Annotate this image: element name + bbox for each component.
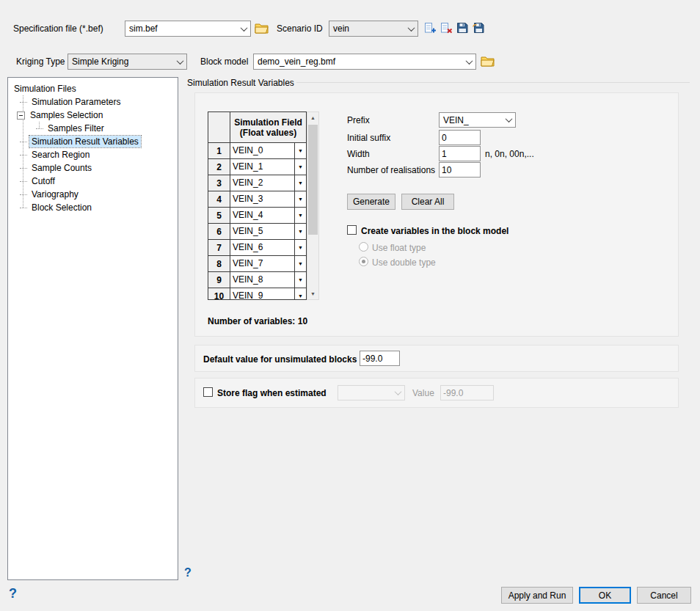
cancel-button[interactable]: Cancel: [637, 587, 691, 604]
use-double-radio: [359, 257, 368, 266]
table-row: 10VEIN_9▼: [208, 288, 306, 300]
prefix-combo[interactable]: VEIN_: [439, 112, 516, 128]
tree-item-label: Sample Counts: [29, 162, 94, 174]
delete-scenario-icon: [440, 26, 453, 37]
row-number: 7: [208, 240, 230, 256]
tree-item-simulation-result-variables[interactable]: Simulation Result Variables: [8, 135, 178, 148]
width-input[interactable]: [439, 146, 481, 161]
dropdown-arrow-icon[interactable]: ▼: [294, 240, 306, 255]
collapse-icon[interactable]: [17, 111, 25, 120]
table-header: Simulation Field (Float values): [208, 112, 306, 143]
chevron-down-icon[interactable]: [238, 21, 250, 36]
flag-value-label: Value: [412, 388, 434, 398]
tree-item-search-region[interactable]: Search Region: [8, 148, 178, 161]
spec-file-browse-button[interactable]: [255, 22, 269, 34]
cell-value: VEIN_2: [230, 175, 294, 191]
dropdown-arrow-icon[interactable]: ▼: [294, 224, 306, 239]
table-corner-cell: [208, 112, 230, 142]
delete-scenario-button[interactable]: [440, 22, 453, 34]
tree-item-sample-counts[interactable]: Sample Counts: [8, 161, 178, 175]
initial-suffix-input[interactable]: [439, 130, 481, 145]
tree-item-samples-selection[interactable]: Samples Selection: [8, 109, 178, 122]
simulation-field-cell[interactable]: VEIN_0▼: [230, 143, 306, 159]
dropdown-arrow-icon[interactable]: ▼: [294, 272, 306, 288]
cell-value: VEIN_9: [230, 288, 294, 300]
folder-icon: [481, 59, 495, 70]
simulation-field-cell[interactable]: VEIN_1▼: [230, 159, 306, 175]
save-scenario-button[interactable]: [456, 22, 468, 34]
cell-value: VEIN_0: [230, 143, 294, 158]
tree-item-cutoff[interactable]: Cutoff: [8, 175, 178, 188]
dropdown-arrow-icon[interactable]: ▼: [294, 175, 306, 191]
scroll-up-icon[interactable]: ▲: [307, 112, 318, 123]
tree-connector: [20, 208, 27, 208]
dropdown-arrow-icon[interactable]: ▼: [294, 159, 306, 175]
row-number: 2: [208, 159, 230, 175]
table-scrollbar[interactable]: ▲ ▼: [307, 111, 319, 300]
row-number: 9: [208, 272, 230, 288]
simulation-field-cell[interactable]: VEIN_3▼: [230, 191, 306, 208]
cell-value: VEIN_4: [230, 208, 294, 223]
tree-connector: [20, 102, 27, 103]
tree-connector: [20, 155, 27, 156]
simulation-field-cell[interactable]: VEIN_6▼: [230, 240, 306, 256]
scrollbar-thumb[interactable]: [308, 125, 318, 235]
simulation-field-table: Simulation Field (Float values) 1VEIN_0▼…: [208, 111, 307, 300]
cell-value: VEIN_5: [230, 224, 294, 239]
new-scenario-button[interactable]: [424, 22, 437, 34]
table-body: 1VEIN_0▼ 2VEIN_1▼ 3VEIN_2▼ 4VEIN_3▼ 5VEI…: [208, 143, 306, 300]
store-flag-checkbox[interactable]: [203, 387, 213, 397]
dropdown-arrow-icon[interactable]: ▼: [294, 143, 306, 158]
simulation-field-cell[interactable]: VEIN_4▼: [230, 208, 306, 224]
kriging-type-label: Kriging Type: [16, 56, 65, 67]
dropdown-arrow-icon[interactable]: ▼: [294, 191, 306, 207]
dropdown-arrow-icon[interactable]: ▼: [294, 208, 306, 223]
tree-item-label: Variography: [29, 189, 81, 200]
simulation-field-cell[interactable]: VEIN_8▼: [230, 272, 306, 288]
kriging-type-value: Simple Kriging: [68, 54, 174, 69]
table-row: 5VEIN_4▼: [208, 208, 306, 224]
group-title: Simulation Result Variables: [187, 78, 294, 88]
block-model-browse-button[interactable]: [481, 55, 495, 67]
tree-item-samples-filter[interactable]: Samples Filter: [8, 122, 178, 135]
row-number: 6: [208, 224, 230, 240]
generate-button[interactable]: Generate: [347, 194, 395, 210]
kriging-type-combo[interactable]: Simple Kriging: [68, 54, 187, 70]
chevron-down-icon[interactable]: [405, 21, 418, 36]
apply-and-run-button[interactable]: Apply and Run: [501, 587, 573, 604]
help-icon[interactable]: ?: [9, 586, 17, 601]
chevron-down-icon[interactable]: [463, 54, 475, 69]
create-variables-checkbox[interactable]: [347, 225, 357, 235]
table-row: 9VEIN_8▼: [208, 272, 306, 288]
tree-item-variography[interactable]: Variography: [8, 188, 178, 201]
tree-connector: [20, 142, 27, 142]
ok-button[interactable]: OK: [579, 587, 631, 604]
scroll-down-icon[interactable]: ▼: [307, 288, 318, 299]
tree-item-label: Cutoff: [29, 175, 57, 187]
simulation-field-cell[interactable]: VEIN_7▼: [230, 256, 306, 272]
save-as-scenario-icon: [473, 25, 485, 36]
block-model-combo[interactable]: demo_vein_reg.bmf: [253, 54, 476, 70]
simulation-field-cell[interactable]: VEIN_2▼: [230, 175, 306, 191]
default-value-input[interactable]: [360, 351, 400, 366]
row-number: 8: [208, 256, 230, 272]
create-variables-label[interactable]: Create variables in the block model: [361, 226, 508, 236]
simulation-field-cell[interactable]: VEIN_9▼: [230, 288, 306, 300]
store-flag-label[interactable]: Store flag when estimated: [217, 388, 327, 398]
chevron-down-icon[interactable]: [503, 113, 515, 127]
tree-item-simulation-parameters[interactable]: Simulation Parameters: [8, 95, 178, 109]
dropdown-arrow-icon[interactable]: ▼: [294, 288, 306, 300]
simulation-dialog: Specification file (*.bef) sim.bef Scena…: [0, 0, 700, 611]
tree-item-label: Search Region: [29, 149, 92, 161]
scenario-id-combo[interactable]: vein: [329, 21, 418, 37]
save-as-scenario-button[interactable]: [473, 22, 485, 34]
spec-file-combo[interactable]: sim.bef: [125, 21, 251, 37]
dropdown-arrow-icon[interactable]: ▼: [294, 256, 306, 271]
chevron-down-icon[interactable]: [174, 54, 186, 69]
help-icon[interactable]: ?: [184, 566, 192, 579]
simulation-field-cell[interactable]: VEIN_5▼: [230, 224, 306, 240]
tree-item-simulation-files[interactable]: Simulation Files: [8, 82, 178, 95]
clear-all-button[interactable]: Clear All: [401, 194, 454, 210]
tree-item-block-selection[interactable]: Block Selection: [8, 201, 178, 214]
realisations-input[interactable]: [439, 162, 481, 178]
